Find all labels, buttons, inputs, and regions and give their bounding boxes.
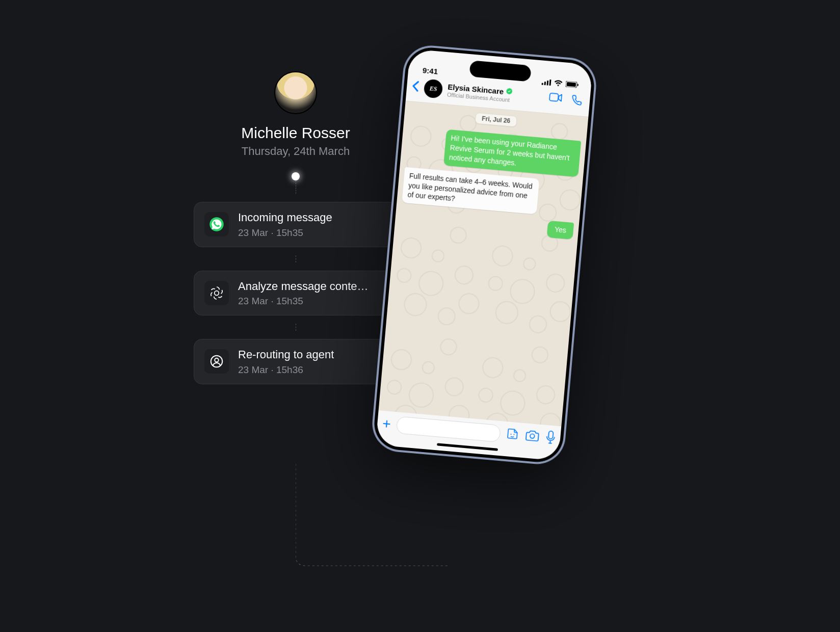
video-call-icon[interactable] [548,92,563,107]
agent-icon [204,349,229,374]
timeline-connector [296,180,296,194]
svg-point-1 [215,291,219,296]
timeline-connector [296,255,296,262]
svg-rect-6 [546,81,548,86]
svg-rect-15 [548,431,554,439]
mic-icon[interactable] [545,430,556,446]
person-date: Thursday, 24th March [242,145,350,158]
svg-rect-5 [544,82,546,85]
timeline-card-title: Re-routing to agent [238,348,334,362]
timeline-panel: Michelle Rosser Thursday, 24th March Inc… [194,71,398,392]
wifi-icon [554,80,563,87]
timeline-card-sub: 23 Mar · 15h35 [238,227,332,239]
battery-icon [565,81,579,88]
timeline-card-title: Analyze message conte… [238,279,369,294]
svg-rect-11 [549,93,559,101]
timeline-cards: Incoming message 23 Mar · 15h35 Analyze … [194,194,398,392]
chat-bubble-in[interactable]: Full results can take 4–6 weeks. Would y… [402,167,539,215]
svg-point-2 [211,356,223,367]
sticker-icon[interactable] [506,427,519,442]
timeline-card-analyze[interactable]: Analyze message conte… 23 Mar · 15h35 [194,271,398,316]
openai-icon [204,281,229,305]
timeline-connector [296,324,296,331]
whatsapp-icon [204,212,229,236]
svg-rect-10 [578,84,579,86]
back-icon[interactable] [411,79,420,95]
timeline-dot [292,172,300,180]
timeline-card-sub: 23 Mar · 15h36 [238,364,334,376]
chat-body[interactable]: Fri, Jul 26 Hi! I've been using your Rad… [379,101,589,426]
contact-avatar[interactable]: ES [424,79,443,99]
contact-info[interactable]: Elysia Skincare Official Business Accoun… [447,83,545,106]
camera-icon[interactable] [525,429,539,443]
timeline-card-title: Incoming message [238,210,332,225]
attach-icon[interactable]: + [382,415,391,432]
svg-point-3 [215,358,219,362]
chat-date-label: Fri, Jul 26 [475,112,517,127]
timeline-card-routing[interactable]: Re-routing to agent 23 Mar · 15h36 [194,339,398,384]
verified-icon [505,88,513,97]
svg-rect-7 [549,80,551,86]
timeline-card-incoming[interactable]: Incoming message 23 Mar · 15h35 [194,202,398,247]
signal-icon [541,79,551,86]
svg-rect-4 [541,83,543,85]
chat-bubble-out[interactable]: Hi! I've been using your Radiance Revive… [443,129,581,177]
svg-point-13 [513,434,514,435]
svg-point-12 [510,434,511,435]
avatar [274,71,317,114]
phone-mockup: 9:41 ES Elysia Skincare [370,43,598,466]
connector-to-phone [296,464,459,617]
svg-point-14 [530,434,535,438]
timeline-card-sub: 23 Mar · 15h35 [238,296,369,307]
person-name: Michelle Rosser [241,124,350,142]
voice-call-icon[interactable] [571,94,583,109]
chat-bubble-out[interactable]: Yes [547,221,574,240]
status-time: 9:41 [422,66,438,76]
svg-rect-9 [566,82,576,87]
